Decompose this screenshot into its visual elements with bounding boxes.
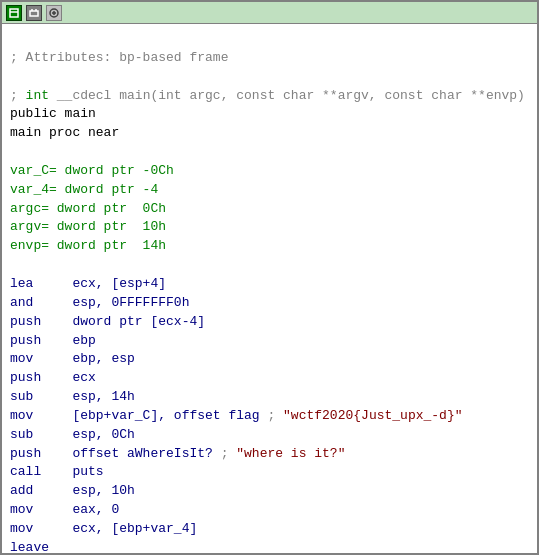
line-call: call puts (10, 463, 529, 482)
line-empty-3 (10, 256, 529, 275)
line-mov-ecx: mov ecx, [ebp+var_4] (10, 520, 529, 539)
line-leave: leave (10, 539, 529, 553)
line-var-c: var_C= dword ptr -0Ch (10, 162, 529, 181)
line-comment-attr: ; Attributes: bp-based frame (10, 49, 529, 68)
line-mov1: mov ebp, esp (10, 350, 529, 369)
code-display: ; Attributes: bp-based frame ; int __cde… (2, 24, 537, 553)
line-mov-eax: mov eax, 0 (10, 501, 529, 520)
line-mov-flag: mov [ebp+var_C], offset flag ; "wctf2020… (10, 407, 529, 426)
line-push1: push dword ptr [ecx-4] (10, 313, 529, 332)
icon3 (46, 5, 62, 21)
icon2 (26, 5, 42, 21)
line-comment-sig: ; int __cdecl main(int argc, const char … (10, 87, 529, 106)
svg-rect-2 (30, 11, 38, 16)
line-lea1: lea ecx, [esp+4] (10, 275, 529, 294)
line-public: public main (10, 105, 529, 124)
line-sub1: sub esp, 14h (10, 388, 529, 407)
line-push3: push ecx (10, 369, 529, 388)
line-argv: argv= dword ptr 10h (10, 218, 529, 237)
line-proc: main proc near (10, 124, 529, 143)
line-argc: argc= dword ptr 0Ch (10, 200, 529, 219)
line-envp: envp= dword ptr 14h (10, 237, 529, 256)
main-window: ; Attributes: bp-based frame ; int __cde… (0, 0, 539, 555)
line-and: and esp, 0FFFFFFF0h (10, 294, 529, 313)
svg-rect-0 (10, 9, 18, 17)
icon1 (6, 5, 22, 21)
line-sub2: sub esp, 0Ch (10, 426, 529, 445)
line-push2: push ebp (10, 332, 529, 351)
titlebar (2, 2, 537, 24)
line-push-offset: push offset aWhereIsIt? ; "where is it?" (10, 445, 529, 464)
line-empty-2 (10, 143, 529, 162)
line-add: add esp, 10h (10, 482, 529, 501)
line-empty-1 (10, 68, 529, 87)
line-1 (10, 30, 529, 49)
line-var-4: var_4= dword ptr -4 (10, 181, 529, 200)
